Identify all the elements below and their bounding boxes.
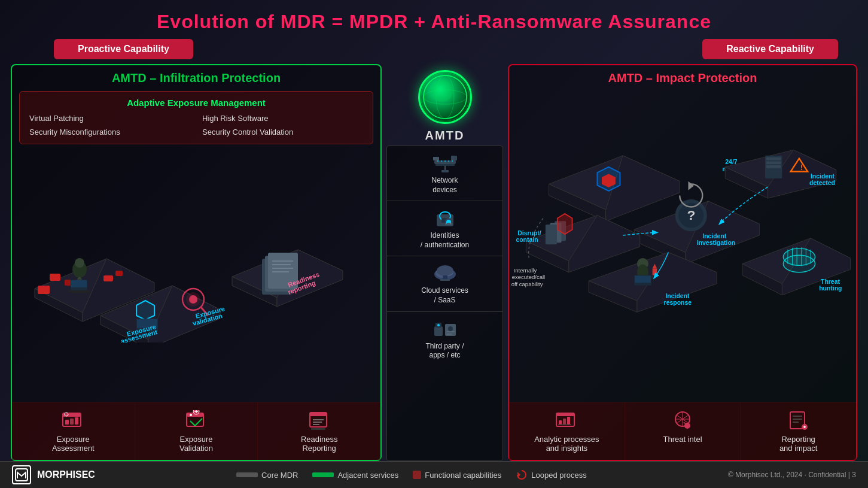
capability-row: Proactive Capability Reactive Capability <box>0 39 868 59</box>
footer: MORPHISEC Core MDR Adjacent services Fun… <box>0 461 868 488</box>
left-svg: Exposure assessment Exposure validation … <box>17 205 376 342</box>
morphisec-logo-icon <box>12 465 31 484</box>
legend-functional-label: Functional capabilities <box>425 471 501 480</box>
center-item-0: Networkdevices <box>387 146 502 201</box>
svg-point-64 <box>436 75 454 119</box>
aem-item-0: Virtual Patching <box>29 113 190 124</box>
reactive-capability-label: Reactive Capability <box>702 39 838 59</box>
right-svg: 24/7 monitoring ! Incident <box>509 91 856 402</box>
svg-line-52 <box>190 421 195 426</box>
right-bottom-icon-reporting: Reportingand impact <box>741 403 856 460</box>
network-devices-label: Networkdevices <box>431 176 458 195</box>
svg-rect-164 <box>559 420 562 425</box>
right-panel-title: AMTD – Impact Protection <box>509 65 856 91</box>
aem-item-1: High Risk Software <box>202 113 363 124</box>
exposure-validation-icon <box>184 410 208 431</box>
svg-rect-14 <box>115 271 123 276</box>
bottom-icon-exposure-validation: ExposureValidation <box>135 403 258 460</box>
legend-looped: Looped process <box>516 469 587 481</box>
svg-rect-78 <box>451 156 457 160</box>
svg-point-89 <box>437 265 453 276</box>
third-party-icon <box>431 318 459 340</box>
threat-intel-icon <box>671 410 695 431</box>
center-items: Networkdevices Identities/ authenticatio… <box>386 146 503 461</box>
reporting-icon <box>787 410 811 431</box>
amtd-label: AMTD <box>425 129 465 143</box>
svg-line-174 <box>684 422 686 424</box>
svg-line-53 <box>195 419 202 426</box>
svg-marker-183 <box>517 472 520 478</box>
svg-marker-161 <box>689 181 695 190</box>
svg-rect-140 <box>635 275 651 282</box>
svg-text:Threat: Threat <box>821 278 840 285</box>
aem-item-3: Security Control Validation <box>202 126 363 138</box>
legend-core-label: Core MDR <box>261 471 298 480</box>
aem-grid: Virtual Patching High Risk Software Secu… <box>29 113 363 138</box>
proactive-capability-label: Proactive Capability <box>54 39 193 59</box>
svg-rect-3 <box>50 274 60 281</box>
svg-text:detected: detected <box>809 180 835 186</box>
center-item-1: Identities/ authentication <box>387 201 502 256</box>
svg-point-66 <box>431 80 453 102</box>
exposure-validation-label: ExposureValidation <box>179 435 213 453</box>
svg-rect-166 <box>567 417 570 425</box>
amtd-globe-icon <box>418 70 472 124</box>
svg-rect-45 <box>65 420 69 425</box>
svg-point-67 <box>424 75 467 119</box>
loop-icon <box>516 469 528 481</box>
svg-rect-12 <box>69 290 89 293</box>
main-container: Evolution of MDR = MPDR + Anti-Ransomwar… <box>0 0 868 488</box>
svg-point-25 <box>189 295 197 304</box>
network-devices-icon <box>431 152 459 174</box>
svg-rect-5 <box>38 286 50 294</box>
analytics-icon <box>555 410 578 431</box>
svg-point-94 <box>437 324 440 326</box>
center-panel: AMTD <box>386 64 503 461</box>
svg-text:?: ? <box>687 207 696 223</box>
svg-rect-130 <box>546 225 557 244</box>
svg-text:Incident: Incident <box>702 233 727 240</box>
footer-legend: Core MDR Adjacent services Functional ca… <box>236 469 587 481</box>
footer-logo: MORPHISEC <box>12 465 95 484</box>
svg-rect-77 <box>433 157 439 160</box>
exposure-assessment-icon <box>61 410 85 431</box>
svg-point-96 <box>448 326 453 331</box>
svg-point-63 <box>424 75 467 119</box>
svg-marker-131 <box>558 214 572 234</box>
left-bottom-icons: ExposureAssessment ExposureValidation <box>12 402 380 460</box>
left-panel-title: AMTD – Infiltration Protection <box>12 65 380 91</box>
bottom-icon-readiness-reporting: ReadinessReporting <box>258 403 380 460</box>
svg-rect-11 <box>71 280 87 287</box>
adjacent-swatch <box>312 472 334 477</box>
content-area: AMTD – Infiltration Protection Adaptive … <box>0 64 868 461</box>
aem-title: Adaptive Exposure Management <box>29 98 363 108</box>
exposure-assessment-label: ExposureAssessment <box>52 435 95 453</box>
svg-text:response: response <box>664 299 692 306</box>
svg-text:hunting: hunting <box>819 285 842 292</box>
svg-rect-98 <box>446 334 452 335</box>
svg-text:executed/call: executed/call <box>512 274 545 280</box>
left-panel: AMTD – Infiltration Protection Adaptive … <box>11 64 382 461</box>
aem-box: Adaptive Exposure Management Virtual Pat… <box>19 91 373 144</box>
footer-logo-text: MORPHISEC <box>37 469 95 480</box>
svg-rect-111 <box>766 161 781 164</box>
right-bottom-icons: Analytic processesand insights Threat in… <box>509 402 856 460</box>
svg-text:investigation: investigation <box>697 240 735 246</box>
right-bottom-icon-analytics: Analytic processesand insights <box>509 403 625 460</box>
svg-text:off capability: off capability <box>511 281 543 287</box>
amtd-logo-area: AMTD <box>418 64 472 146</box>
legend-adjacent-label: Adjacent services <box>337 471 398 480</box>
functional-swatch <box>413 471 421 479</box>
bottom-icon-exposure-assessment: ExposureAssessment <box>12 403 135 460</box>
reporting-impact-label: Reportingand impact <box>779 435 818 453</box>
svg-rect-112 <box>766 165 781 168</box>
page-title: Evolution of MDR = MPDR + Anti-Ransomwar… <box>0 0 868 39</box>
right-panel: AMTD – Impact Protection 24/7 monitoring <box>508 64 857 461</box>
svg-rect-163 <box>556 413 574 416</box>
center-item-3: Third party /apps / etc <box>387 312 502 366</box>
svg-rect-13 <box>103 275 113 281</box>
legend-adjacent: Adjacent services <box>312 471 398 480</box>
footer-copyright: © Morphisec Ltd., 2024 · Confidential | … <box>728 471 856 479</box>
right-illustration: 24/7 monitoring ! Incident <box>509 91 856 402</box>
svg-text:Disrupt/: Disrupt/ <box>517 230 541 237</box>
